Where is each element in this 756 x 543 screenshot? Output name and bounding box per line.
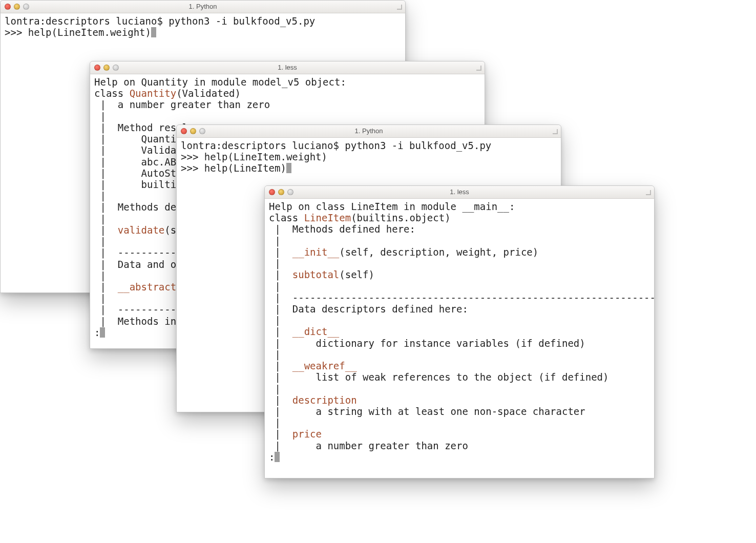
terminal-line: | __init__(self, description, weight, pr… xyxy=(269,246,650,258)
terminal-line: Help on Quantity in module model_v5 obje… xyxy=(94,76,480,88)
titlebar[interactable]: 1. Python xyxy=(1,1,405,13)
terminal-line: | dictionary for instance variables (if … xyxy=(269,338,650,349)
traffic-lights xyxy=(90,65,119,71)
terminal-line: lontra:descriptors luciano$ python3 -i b… xyxy=(5,15,401,27)
cursor-icon xyxy=(100,327,105,338)
minimize-icon[interactable] xyxy=(278,189,284,195)
terminal-line: | Methods defined here: xyxy=(269,223,650,235)
terminal-line: | --------------------------------------… xyxy=(269,292,650,303)
terminal-line: >>> help(LineItem) xyxy=(181,162,557,174)
resize-icon[interactable] xyxy=(395,3,402,10)
terminal-line: >>> help(LineItem.weight) xyxy=(5,27,401,38)
titlebar[interactable]: 1. less xyxy=(90,61,485,74)
window-title: 1. Python xyxy=(1,3,405,10)
zoom-icon[interactable] xyxy=(23,4,29,10)
terminal-line: class Quantity(Validated) xyxy=(94,88,480,99)
cursor-icon xyxy=(286,163,291,173)
terminal-line: | price xyxy=(269,428,650,440)
terminal-line: | xyxy=(269,258,650,269)
resize-icon[interactable] xyxy=(551,127,558,134)
terminal-line: : xyxy=(269,451,650,463)
terminal-line: | xyxy=(269,349,650,360)
cursor-icon xyxy=(151,27,156,37)
terminal-line: | Data descriptors defined here: xyxy=(269,303,650,315)
close-icon[interactable] xyxy=(181,128,187,134)
zoom-icon[interactable] xyxy=(113,65,119,71)
terminal-line: lontra:descriptors luciano$ python3 -i b… xyxy=(181,140,557,151)
close-icon[interactable] xyxy=(5,4,11,10)
terminal-line: | description xyxy=(269,394,650,406)
terminal-content[interactable]: lontra:descriptors luciano$ python3 -i b… xyxy=(177,138,561,174)
terminal-line: | a number greater than zero xyxy=(269,440,650,451)
titlebar[interactable]: 1. less xyxy=(265,186,654,199)
terminal-line: | xyxy=(269,281,650,292)
terminal-line: | __dict__ xyxy=(269,326,650,337)
terminal-line: | xyxy=(269,417,650,428)
titlebar[interactable]: 1. Python xyxy=(177,125,561,138)
traffic-lights xyxy=(177,128,205,134)
terminal-line: | subtotal(self) xyxy=(269,269,650,280)
terminal-line: | __weakref__ xyxy=(269,360,650,371)
terminal-content[interactable]: Help on class LineItem in module __main_… xyxy=(265,199,654,463)
window-title: 1. Python xyxy=(177,127,561,135)
zoom-icon[interactable] xyxy=(287,189,293,195)
traffic-lights xyxy=(265,189,293,195)
cursor-icon xyxy=(275,452,280,462)
close-icon[interactable] xyxy=(94,65,100,71)
minimize-icon[interactable] xyxy=(190,128,196,134)
minimize-icon[interactable] xyxy=(103,65,110,71)
terminal-line: | a string with at least one non-space c… xyxy=(269,406,650,417)
traffic-lights xyxy=(1,4,29,10)
minimize-icon[interactable] xyxy=(14,4,20,10)
terminal-window-4[interactable]: 1. less Help on class LineItem in module… xyxy=(264,185,655,478)
terminal-line: | xyxy=(94,111,480,122)
window-title: 1. less xyxy=(265,188,654,196)
terminal-content[interactable]: lontra:descriptors luciano$ python3 -i b… xyxy=(1,13,405,38)
terminal-line: class LineItem(builtins.object) xyxy=(269,212,650,223)
resize-icon[interactable] xyxy=(474,64,481,71)
terminal-line: | list of weak references to the object … xyxy=(269,371,650,383)
terminal-line: | xyxy=(269,315,650,326)
terminal-line: | xyxy=(269,235,650,246)
terminal-line: | a number greater than zero xyxy=(94,99,480,110)
zoom-icon[interactable] xyxy=(199,128,205,134)
resize-icon[interactable] xyxy=(644,188,651,195)
terminal-line: | xyxy=(269,383,650,394)
terminal-line: Help on class LineItem in module __main_… xyxy=(269,201,650,212)
terminal-line: >>> help(LineItem.weight) xyxy=(181,151,557,162)
close-icon[interactable] xyxy=(269,189,275,195)
window-title: 1. less xyxy=(90,64,485,71)
